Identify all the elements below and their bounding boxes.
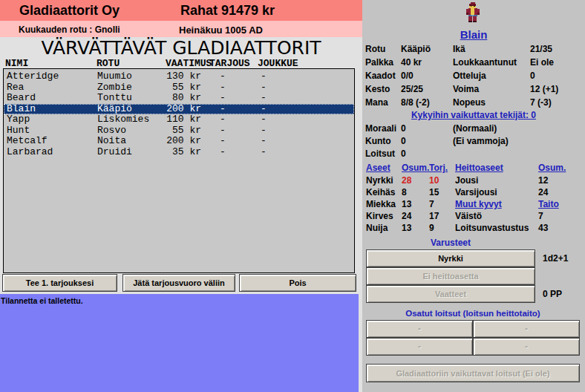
weapon-hit: 13 xyxy=(402,223,411,233)
gladiator-team: - xyxy=(261,104,267,114)
page-title: VÄRVÄTTÄVÄT GLADIAATTORIT xyxy=(0,37,362,59)
condition-note: (Normaali) xyxy=(453,123,497,134)
skill-row: Miekka 13 7 Muut kyvyt Taito xyxy=(362,199,585,211)
stat-label: Kesto xyxy=(365,84,390,94)
condition-value: 0 xyxy=(401,123,406,134)
gladiator-offer: - xyxy=(220,114,226,125)
stat-label: Nopeus xyxy=(453,97,486,108)
stat-row: Kesto 25/25 Voima 12 (+1) xyxy=(362,84,585,97)
make-offer-button[interactable]: Tee 1. tarjouksesi xyxy=(2,274,117,292)
weapon-hit: 8 xyxy=(402,187,407,197)
gladiator-demand: 130 kr xyxy=(122,71,201,82)
gladiator-name: Rea xyxy=(7,82,24,93)
stat-row: Kaadot 0/0 Otteluja 0 xyxy=(362,71,585,84)
spell-slot-button[interactable]: - xyxy=(473,338,580,356)
gladiator-listbox[interactable]: Atteridge Muumio 130 kr - - Rea Zombie 5… xyxy=(3,68,355,273)
weapon-parry: 17 xyxy=(429,211,439,221)
condition-label: Kunto xyxy=(365,136,391,146)
weapon-name: Miekka xyxy=(366,199,396,209)
spell-slot-button[interactable]: - xyxy=(366,320,473,338)
weapon-damage-label: 1d2+1 xyxy=(543,253,568,264)
gladiator-demand: 80 kr xyxy=(122,93,201,103)
gladiator-name: Metcalf xyxy=(7,136,48,146)
stat-value: 25/25 xyxy=(401,84,423,94)
weapon-name: Nyrkki xyxy=(366,175,393,186)
skills-header-hit[interactable]: Osum. xyxy=(402,163,429,173)
gladiator-offer: - xyxy=(220,71,226,82)
stat-value: 8/8 (-2) xyxy=(401,97,430,108)
weapon-parry: 10 xyxy=(429,175,439,186)
month-race-label: Kuukauden rotu : Gnolli xyxy=(19,24,120,35)
status-message: Tilannetta ei talletettu. xyxy=(1,296,83,305)
stat-label: Loukkaantunut xyxy=(453,57,517,68)
gladiator-team: - xyxy=(261,114,267,125)
gladiator-team: - xyxy=(261,136,267,146)
skills-header-throwing[interactable]: Heittoaseet xyxy=(455,163,503,173)
weapon-name: Nuija xyxy=(366,223,388,233)
subheader-band: Kuukauden rotu : Gnolli Heinäkuu 1005 AD xyxy=(0,21,362,37)
weapon-hit: 13 xyxy=(402,199,411,209)
gladiator-offer: - xyxy=(220,93,226,103)
weapon-name: Kirves xyxy=(366,211,393,221)
stat-row: Palkka 40 kr Loukkaantunut Ei ole xyxy=(362,57,585,71)
list-item[interactable]: Atteridge Muumio 130 kr - - xyxy=(4,71,354,82)
stat-value: 12 (+1) xyxy=(530,84,558,94)
skills-header-weapons[interactable]: Aseet xyxy=(366,163,390,173)
stat-value: 40 kr xyxy=(401,57,422,68)
column-header-demand: VAATIMUS xyxy=(166,58,212,69)
armor-points-label: 0 PP xyxy=(543,289,562,299)
gladiator-demand: 55 kr xyxy=(122,125,201,136)
gladiator-offer: - xyxy=(220,147,226,157)
gladiator-avatar xyxy=(465,2,480,27)
gladiator-offer: - xyxy=(220,136,226,146)
skill-row: Nyrkki 28 10 Jousi 12 xyxy=(362,175,585,187)
skill-row: Keihäs 8 15 Varsijousi 24 xyxy=(362,187,585,199)
gladiator-offer: - xyxy=(220,125,226,136)
skip-turn-button[interactable]: Jätä tarjousvuoro väliin xyxy=(122,274,235,292)
condition-value: 0 xyxy=(401,148,406,159)
list-item[interactable]: Rea Zombie 55 kr - - xyxy=(4,82,354,93)
stat-label: Voima xyxy=(453,84,479,94)
gladiator-demand: 200 kr xyxy=(122,104,201,114)
skills-header-parry[interactable]: Torj. xyxy=(429,163,448,173)
weapon-parry: 7 xyxy=(429,199,434,209)
gladiator-demand: 110 kr xyxy=(122,114,201,125)
weapon-parry: 9 xyxy=(429,223,434,233)
other-skills-header[interactable]: Muut kyvyt xyxy=(455,199,502,209)
column-header-team: JOUKKUE xyxy=(258,58,298,69)
gladiator-demand: 55 kr xyxy=(122,82,201,93)
stat-label: Otteluja xyxy=(453,71,486,81)
stat-row: Rotu Kääpiö Ikä 21/35 xyxy=(362,44,585,57)
money-display: Rahat 91479 kr xyxy=(180,3,275,19)
weapon-button[interactable]: Nyrkki xyxy=(366,249,535,267)
clothes-button[interactable]: Vaatteet xyxy=(366,285,535,303)
list-item[interactable]: Yapp Liskomies 110 kr - - xyxy=(4,114,354,125)
condition-row: Loitsut 0 xyxy=(362,148,585,162)
stat-label: Ikä xyxy=(453,44,465,54)
throwing-name: Varsijousi xyxy=(455,187,497,197)
weapon-name: Keihäs xyxy=(366,187,395,197)
spell-slot-button[interactable]: - xyxy=(473,320,580,338)
stat-label: Mana xyxy=(365,97,388,108)
ability-factors-link[interactable]: Kykyihin vaikuttavat tekijät: 0 xyxy=(362,110,585,120)
other-skill-name: Väistö xyxy=(455,211,482,221)
skills-header-hit2[interactable]: Osum. xyxy=(538,163,566,173)
gladiator-name-link[interactable]: Blain xyxy=(362,28,585,41)
active-spells-button[interactable]: Gladiaattoriin vaikuttavat loitsut (Ei o… xyxy=(366,364,580,382)
list-item[interactable]: Hunt Rosvo 55 kr - - xyxy=(4,125,354,136)
list-item[interactable]: Metcalf Noita 200 kr - - xyxy=(4,136,354,146)
condition-row: Kunto 0 (Ei vammoja) xyxy=(362,136,585,149)
stat-row: Mana 8/8 (-2) Nopeus 7 (-3) xyxy=(362,97,585,111)
spell-slot-button[interactable]: - xyxy=(366,338,473,356)
other-skills-header-value[interactable]: Taito xyxy=(538,199,559,209)
throwing-weapon-button[interactable]: Ei heittoasetta xyxy=(366,267,535,285)
list-item-selected[interactable]: Blain Kääpiö 200 kr - - xyxy=(4,104,354,114)
gladiator-team: - xyxy=(261,71,267,82)
list-item[interactable]: Larbarad Druidi 35 kr - - xyxy=(4,147,354,157)
list-item[interactable]: Beard Tonttu 80 kr - - xyxy=(4,93,354,103)
gladiator-name: Atteridge xyxy=(7,71,59,82)
gladiator-offer: - xyxy=(220,82,226,93)
spells-heading: Osatut loitsut (loitsun heittotaito) xyxy=(366,309,580,318)
gladiator-name: Yapp xyxy=(7,114,30,125)
exit-button[interactable]: Pois xyxy=(239,274,356,292)
